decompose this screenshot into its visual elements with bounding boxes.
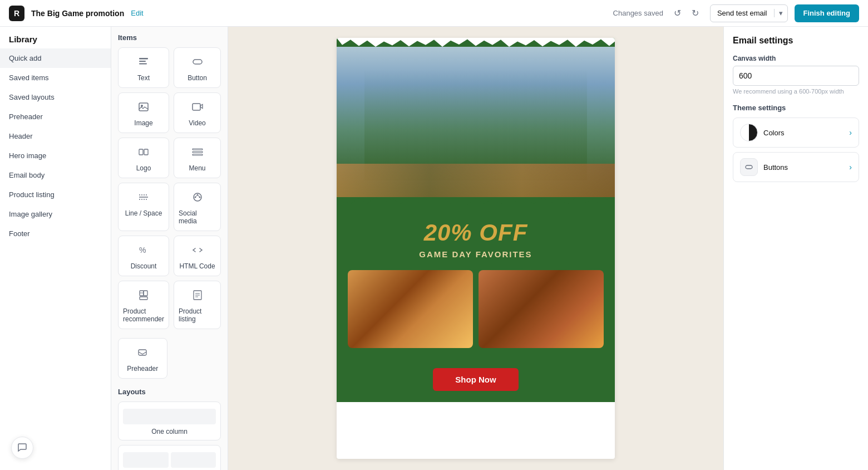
cta-button[interactable]: Shop Now	[433, 368, 518, 391]
hero-image	[337, 47, 615, 197]
save-status: Changes saved	[613, 9, 663, 17]
svg-rect-8	[144, 149, 148, 155]
email-canvas: 20% OFF GAME DAY FAVORITES Shop Now	[337, 38, 615, 459]
product-img-1	[348, 270, 473, 348]
preheader-grid: Preheader	[118, 338, 221, 379]
item-image-label: Image	[134, 119, 152, 127]
item-html-code[interactable]: HTML Code	[174, 236, 221, 276]
svg-text:%: %	[139, 246, 146, 254]
item-social-media-label: Social media	[179, 209, 216, 225]
colors-chevron-icon: ›	[849, 128, 852, 137]
item-discount[interactable]: % Discount	[118, 236, 169, 276]
theme-settings-title: Theme settings	[733, 104, 859, 112]
torn-edge-bottom	[337, 197, 615, 206]
item-html-code-label: HTML Code	[179, 262, 215, 270]
hero-section	[337, 38, 615, 206]
sidebar-item-preheader[interactable]: Preheader	[0, 107, 111, 126]
item-logo[interactable]: Logo	[118, 138, 169, 178]
item-product-listing[interactable]: Product listing	[174, 281, 221, 329]
promo-sub-text: GAME DAY FAVORITES	[348, 249, 604, 259]
item-menu[interactable]: Menu	[174, 138, 221, 178]
sidebar-item-quick-add[interactable]: Quick add	[0, 48, 111, 68]
sidebar-item-saved-items[interactable]: Saved items	[0, 68, 111, 87]
redo-button[interactable]: ↻	[688, 6, 703, 21]
item-line-space[interactable]: Line / Space	[118, 183, 169, 231]
svg-rect-23	[144, 291, 147, 296]
product-recommender-icon	[137, 289, 150, 304]
theme-colors-row[interactable]: Colors ›	[733, 118, 859, 148]
svg-rect-24	[140, 297, 147, 300]
undo-redo-group: ↺ ↻	[670, 6, 703, 21]
settings-panel: Email settings Canvas width We recommend…	[723, 27, 868, 470]
item-discount-label: Discount	[131, 262, 157, 270]
items-section-title: Items	[118, 33, 221, 42]
line-space-icon	[137, 191, 150, 206]
buttons-icon	[740, 158, 758, 176]
send-test-dropdown-arrow[interactable]: ▾	[774, 9, 787, 17]
svg-rect-0	[139, 58, 148, 60]
svg-rect-2	[139, 63, 147, 65]
button-icon	[191, 56, 204, 71]
svg-rect-9	[193, 149, 203, 150]
settings-title: Email settings	[733, 36, 859, 46]
logo-icon	[137, 146, 150, 161]
items-grid: Text Button	[118, 47, 221, 329]
layout-one-column[interactable]: One column	[118, 402, 221, 440]
svg-line-20	[198, 195, 199, 197]
product-card-2	[479, 270, 604, 348]
image-icon	[137, 101, 150, 116]
item-product-listing-label: Product listing	[179, 307, 216, 323]
item-product-recommender-label: Product recommender	[123, 307, 164, 323]
svg-line-19	[196, 195, 196, 197]
layout-one-column-preview	[123, 409, 216, 424]
item-preheader[interactable]: Preheader	[118, 338, 167, 379]
svg-point-17	[196, 194, 198, 196]
product-grid	[348, 270, 604, 348]
svg-point-18	[199, 197, 200, 198]
sidebar-item-hero-image[interactable]: Hero image	[0, 146, 111, 165]
page-title: The Big Game promotion	[31, 9, 124, 18]
main-area: Library Quick add Saved items Saved layo…	[0, 27, 868, 470]
svg-rect-1	[139, 61, 146, 62]
item-text[interactable]: Text	[118, 47, 169, 88]
layouts-title: Layouts	[118, 388, 221, 396]
items-panel: Items Text	[111, 27, 228, 470]
item-button[interactable]: Button	[174, 47, 221, 88]
svg-rect-29	[746, 165, 752, 169]
theme-buttons-row[interactable]: Buttons ›	[733, 152, 859, 182]
sidebar-item-email-body[interactable]: Email body	[0, 165, 111, 185]
send-test-button[interactable]: Send test email ▾	[710, 4, 788, 22]
menu-icon	[191, 146, 204, 161]
svg-point-5	[141, 105, 143, 107]
social-media-icon	[191, 191, 204, 206]
topbar: R The Big Game promotion Edit Changes sa…	[0, 0, 868, 27]
item-social-media[interactable]: Social media	[174, 183, 221, 231]
item-product-recommender[interactable]: Product recommender	[118, 281, 169, 329]
canvas-width-label: Canvas width	[733, 55, 859, 62]
sidebar-item-saved-layouts[interactable]: Saved layouts	[0, 87, 111, 107]
item-image[interactable]: Image	[118, 92, 169, 133]
promo-section: 20% OFF GAME DAY FAVORITES	[337, 206, 615, 359]
sidebar-item-header[interactable]: Header	[0, 126, 111, 146]
text-icon	[137, 56, 150, 71]
item-button-label: Button	[188, 74, 207, 82]
promo-main-text: 20% OFF	[348, 219, 604, 246]
sidebar-item-image-gallery[interactable]: Image gallery	[0, 204, 111, 224]
svg-point-16	[194, 197, 196, 198]
item-logo-label: Logo	[136, 164, 151, 172]
colors-icon	[740, 124, 758, 141]
torn-edge-top	[337, 38, 615, 47]
finish-editing-button[interactable]: Finish editing	[795, 4, 860, 22]
sidebar-item-product-listing[interactable]: Product listing	[0, 185, 111, 204]
item-text-label: Text	[137, 74, 150, 82]
edit-link[interactable]: Edit	[131, 9, 143, 17]
sidebar-item-footer[interactable]: Footer	[0, 224, 111, 243]
undo-button[interactable]: ↺	[670, 6, 685, 21]
svg-rect-6	[193, 104, 200, 110]
library-title: Library	[0, 27, 111, 48]
canvas-width-input[interactable]	[733, 66, 859, 86]
layout-two-column[interactable]	[118, 445, 221, 470]
video-icon	[191, 101, 204, 116]
item-video[interactable]: Video	[174, 92, 221, 133]
chat-button[interactable]	[11, 437, 33, 459]
